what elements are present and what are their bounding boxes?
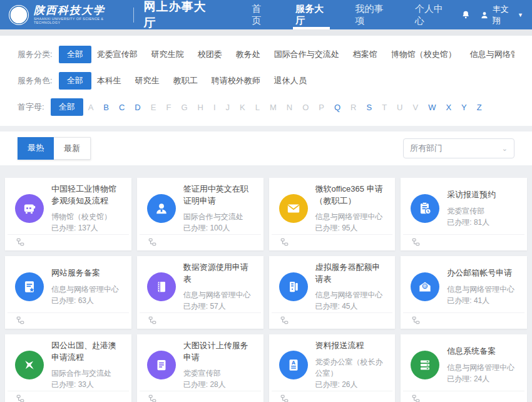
header-gap xyxy=(0,29,532,36)
bell-icon[interactable] xyxy=(461,9,471,21)
nav-item-1[interactable]: 服务大厅 xyxy=(282,0,341,29)
role-item-1[interactable]: 研究生 xyxy=(130,72,165,90)
book-icon xyxy=(147,272,176,301)
initial-letter-A: A xyxy=(83,100,99,115)
filter-row-category: 服务分类: 全部 党委宣传部研究生院校团委教务处国际合作与交流处档案馆博物馆（校… xyxy=(18,46,514,63)
initial-letter-O: O xyxy=(297,100,314,115)
initial-letter-Z[interactable]: Z xyxy=(472,100,487,115)
portal-title: 网上办事大厅 xyxy=(143,0,213,31)
initial-letter-C[interactable]: C xyxy=(114,100,130,115)
service-title: 虚拟服务器配额申请表 xyxy=(315,262,388,286)
filter-row-initial: 首字母: 全部 ABCDEFGHIJKLMNOPQRSTUVWXYZ xyxy=(18,98,514,116)
nav-item-3[interactable]: 个人中心 xyxy=(401,0,461,29)
initial-letter-Y[interactable]: Y xyxy=(456,100,472,115)
plane-icon xyxy=(15,351,44,379)
service-title: 签证用中英文在职证明申请 xyxy=(183,183,256,207)
service-card[interactable]: 数据资源使用申请表信息与网络管理中心已办理: 57人 xyxy=(137,256,263,329)
university-logo-icon xyxy=(9,5,29,25)
initial-letter-S[interactable]: S xyxy=(361,100,377,115)
category-item-2[interactable]: 校团委 xyxy=(192,46,228,63)
service-handled-count: 已办理: 137人 xyxy=(51,222,124,234)
initial-letter-V: V xyxy=(407,100,423,115)
initial-letter-G: G xyxy=(176,100,192,115)
service-title: 中国轻工业博物馆参观须知及流程 xyxy=(51,183,124,207)
category-all-chip[interactable]: 全部 xyxy=(59,46,91,63)
service-card[interactable]: A资料报送流程党委办公室（校长办公室）已办理: 26人 xyxy=(269,334,396,402)
flowchart-icon xyxy=(16,237,24,249)
service-handled-count: 已办理: 95人 xyxy=(315,222,388,234)
service-card[interactable]: 签证用中英文在职证明申请国际合作与交流处已办理: 100人 xyxy=(137,178,263,250)
service-department: 信息与网络管理中心 xyxy=(315,289,388,301)
role-item-2[interactable]: 教职工 xyxy=(168,72,203,90)
initial-letter-U: U xyxy=(392,100,407,115)
initial-letter-W[interactable]: W xyxy=(423,100,441,115)
initial-letter-P: P xyxy=(314,100,329,115)
clipboard-clock-icon xyxy=(411,194,439,223)
service-title: 办公邮箱帐号申请 xyxy=(447,267,519,279)
user-name: 丰文翔 xyxy=(493,4,514,26)
mail-icon xyxy=(279,194,308,223)
role-item-0[interactable]: 本科生 xyxy=(91,72,127,90)
service-card[interactable]: 采访报道预约党委宣传部已办理: 81人 xyxy=(401,178,527,250)
initial-letter-I: I xyxy=(208,100,221,115)
service-handled-count: 已办理: 45人 xyxy=(315,301,388,312)
service-card[interactable]: 因公出国、赴港澳申请流程国际合作与交流处已办理: 33人 xyxy=(5,334,131,402)
doc-lines-icon xyxy=(147,351,176,379)
university-logo: 陕西科技大学 SHAANXI UNIVERSITY OF SCIENCE & T… xyxy=(9,5,122,25)
filter-row-role: 服务角色: 全部 本科生研究生教职工聘请校外教师退休人员 xyxy=(18,72,514,90)
service-card[interactable]: 微软office365 申请（教职工）信息与网络管理中心已办理: 95人 xyxy=(269,178,396,250)
service-department: 信息与网络管理中心 xyxy=(447,362,519,373)
initial-all-chip[interactable]: 全部 xyxy=(51,98,83,116)
service-handled-count: 已办理: 100人 xyxy=(183,222,256,234)
initial-letter-H: H xyxy=(193,100,208,115)
category-item-4[interactable]: 国际合作与交流处 xyxy=(269,46,345,63)
service-title: 微软office365 申请（教职工） xyxy=(315,183,388,207)
service-card[interactable]: @办公邮箱帐号申请信息与网络管理中心已办理: 41人 xyxy=(401,256,527,329)
category-item-6[interactable]: 博物馆（校史馆） xyxy=(386,46,462,63)
nav-item-2[interactable]: 我的事项 xyxy=(341,0,401,29)
service-handled-count: 已办理: 81人 xyxy=(447,217,519,228)
service-department: 国际合作与交流处 xyxy=(183,211,256,222)
role-item-4[interactable]: 退休人员 xyxy=(269,72,312,90)
service-card[interactable]: 网站服务备案信息与网络管理中心已办理: 63人 xyxy=(5,256,131,329)
category-item-1[interactable]: 研究生院 xyxy=(146,46,190,63)
flowchart-icon xyxy=(412,316,420,327)
tab-hottest[interactable]: 最热 xyxy=(18,137,54,160)
initial-letter-B[interactable]: B xyxy=(98,100,114,115)
category-item-0[interactable]: 党委宣传部 xyxy=(91,46,143,63)
service-handled-count: 已办理: 57人 xyxy=(183,301,256,312)
mail-at-icon: @ xyxy=(411,272,439,301)
service-title: 网站服务备案 xyxy=(51,267,124,279)
tab-newest[interactable]: 最新 xyxy=(54,137,91,160)
service-department: 党委宣传部 xyxy=(183,368,256,379)
doc-star-icon xyxy=(15,272,44,301)
service-card[interactable]: 虚拟服务器配额申请表信息与网络管理中心已办理: 45人 xyxy=(269,256,396,329)
category-item-3[interactable]: 教务处 xyxy=(230,46,266,63)
nav-item-0[interactable]: 首页 xyxy=(238,0,282,29)
chevron-down-icon: ⌄ xyxy=(502,145,508,153)
svg-text:@: @ xyxy=(423,284,427,289)
initial-letter-N: N xyxy=(282,100,297,115)
department-dropdown[interactable]: 所有部门 ⌄ xyxy=(403,138,514,158)
role-item-3[interactable]: 聘请校外教师 xyxy=(206,72,266,90)
category-item-5[interactable]: 档案馆 xyxy=(347,46,383,63)
flowchart-icon xyxy=(148,237,156,249)
doc-a-icon: A xyxy=(279,351,308,379)
service-card[interactable]: 信息系统备案信息与网络管理中心已办理: 24人 xyxy=(401,334,527,402)
initial-letter-D[interactable]: D xyxy=(130,100,145,115)
server-stack-icon xyxy=(411,351,439,379)
initial-letter-Q[interactable]: Q xyxy=(329,100,345,115)
role-all-chip[interactable]: 全部 xyxy=(59,72,91,90)
person-icon xyxy=(147,194,176,223)
service-title: 数据资源使用申请表 xyxy=(183,262,256,286)
chevron-down-icon: ▼ xyxy=(518,12,523,18)
service-card[interactable]: 中国轻工业博物馆参观须知及流程博物馆（校史馆）已办理: 137人 xyxy=(5,178,131,250)
university-name-en: SHAANXI UNIVERSITY OF SCIENCE & TECHNOLO… xyxy=(34,18,122,24)
user-menu[interactable]: 丰文翔 ▼ xyxy=(480,4,523,26)
service-card[interactable]: 大图设计上传服务申请党委宣传部已办理: 28人 xyxy=(137,334,263,402)
category-item-7[interactable]: 信息与网络管理中心 xyxy=(464,46,514,63)
user-avatar-icon xyxy=(480,10,489,20)
initial-letter-X[interactable]: X xyxy=(441,100,456,115)
flowchart-icon xyxy=(280,394,289,402)
svg-text:A: A xyxy=(292,360,295,366)
